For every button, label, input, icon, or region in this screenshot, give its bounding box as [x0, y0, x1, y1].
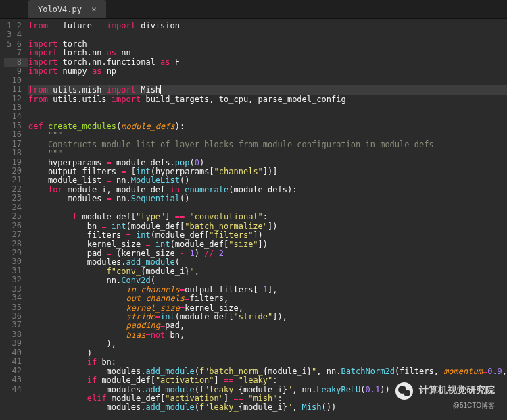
watermark-title: 计算机视觉研究院 [419, 384, 495, 395]
line-gutter: 1 2 3 4 5 6 7 8 9 10 11 12 13 14 15 16 1… [0, 19, 28, 420]
editor[interactable]: 1 2 3 4 5 6 7 8 9 10 11 12 13 14 15 16 1… [0, 19, 507, 420]
watermark: 计算机视觉研究院 @51CTO博客 [395, 382, 495, 411]
file-tab-title: YoloV4.py [38, 5, 82, 14]
wechat-icon [395, 382, 413, 400]
file-tab[interactable]: YoloV4.py × [28, 0, 106, 18]
code-area[interactable]: from __future__ import division import t… [28, 19, 507, 420]
watermark-sub: @51CTO博客 [395, 401, 495, 411]
close-icon[interactable]: × [91, 4, 97, 14]
tab-bar: YoloV4.py × [0, 0, 507, 19]
